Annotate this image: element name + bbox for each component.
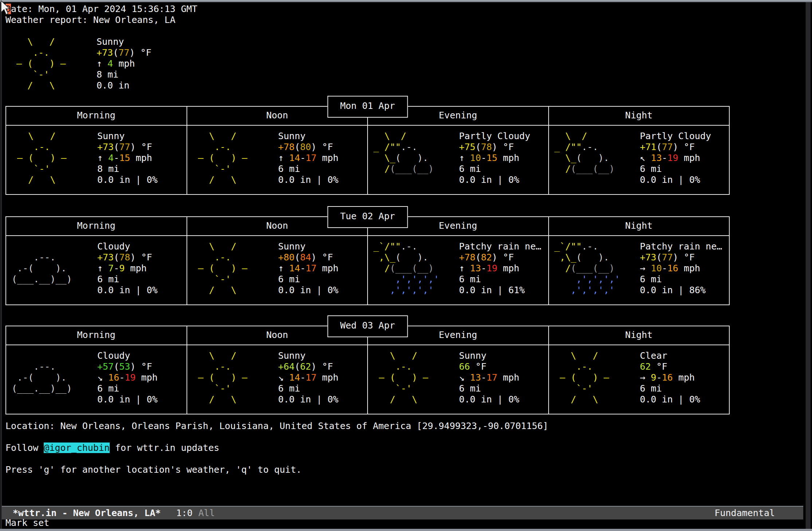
- forecast-cell-morning: .--. .-( ). (___.__)__)Cloudy+57(53) °F↘…: [6, 345, 187, 414]
- scrollbar[interactable]: [805, 2, 811, 529]
- text-segment: 15: [486, 153, 497, 163]
- day-title-box: Tue 02 Apr: [327, 206, 408, 228]
- text-segment: .-.: [401, 142, 417, 152]
- text-segment: +78: [459, 252, 475, 263]
- text-segment: / \: [5, 80, 55, 91]
- art-line: ― ( ) ―: [368, 372, 459, 383]
- text-segment: 77: [118, 47, 129, 58]
- art-line: [368, 174, 459, 185]
- forecast-cell-evening: _`/"".-. ,\_( ). /(___(__) ‚'‚'‚'‚' ‚'‚'…: [367, 236, 548, 304]
- text-segment: .-.: [401, 241, 417, 252]
- text-segment: °F: [470, 361, 486, 372]
- cell-details: Cloudy+73(78) °F↑ 7-9 mph6 mi0.0 in | 0%: [97, 241, 187, 304]
- weather-detail-line: Partly Cloudy: [459, 131, 548, 142]
- text-segment: / \: [549, 394, 598, 405]
- text-segment: 9: [651, 372, 656, 383]
- text-segment: / \: [187, 394, 236, 405]
- text-segment: ) °F: [673, 142, 695, 152]
- text-segment: ― ( ) ―: [187, 153, 248, 163]
- art-line: /(___(__): [549, 164, 640, 174]
- mode-line[interactable]: *wttr.in - New Orleans, LA* 1:0 All Fund…: [2, 506, 803, 520]
- text-segment: mph: [125, 263, 146, 274]
- text-segment: mph: [678, 153, 700, 163]
- text-segment: 0.0 in | 0%: [640, 394, 701, 405]
- weather-detail-line: +75(78) °F: [459, 142, 548, 153]
- follow-suffix: for wttr.in updates: [110, 442, 219, 453]
- art-line: /(___(__): [368, 263, 459, 274]
- art-line: .-.: [187, 361, 278, 372]
- text-segment: ↑: [459, 153, 470, 163]
- art-line: ‚'‚'‚'‚': [368, 274, 459, 285]
- major-mode[interactable]: Fundamental: [714, 508, 775, 519]
- text-segment: -: [481, 372, 486, 383]
- text-segment: \ /: [187, 241, 236, 252]
- text-segment: /: [549, 164, 571, 174]
- weather-detail-line: Cloudy: [97, 241, 187, 252]
- text-segment: mph: [497, 372, 519, 383]
- emacs-window: Date: Mon, 01 Apr 2024 15:36:13 GMT Weat…: [0, 0, 812, 531]
- art-line: ― ( ) ―: [6, 153, 97, 164]
- cursor-position[interactable]: 1:0: [176, 508, 192, 519]
- text-segment: Sunny: [459, 350, 486, 361]
- text-segment: (: [114, 142, 119, 152]
- text-segment: 0.0 in | 0%: [97, 285, 158, 295]
- art-line: [6, 350, 97, 361]
- text-segment: ― ( ) ―: [368, 372, 428, 383]
- art-line: ― ( ) ―: [5, 58, 97, 69]
- art-line: / \: [187, 174, 278, 185]
- weather-detail-line: Sunny: [459, 350, 548, 361]
- art-line: \ /: [368, 131, 459, 142]
- text-segment: 9: [119, 263, 125, 274]
- art-line: (___.__)__): [6, 274, 97, 285]
- art-line: /(___(__): [368, 164, 459, 174]
- art-line: _ /"".-.: [549, 142, 640, 153]
- text-segment: Sunny: [278, 131, 306, 141]
- text-segment: mph: [113, 58, 135, 69]
- weather-detail-line: ↑ 7-9 mph: [97, 263, 187, 274]
- buffer-area[interactable]: Date: Mon, 01 Apr 2024 15:36:13 GMT Weat…: [2, 2, 803, 506]
- day-title-box: Wed 03 Apr: [327, 315, 408, 337]
- weather-detail-line: 6 mi: [278, 274, 368, 285]
- text-segment: -: [300, 153, 306, 163]
- weather-detail-line: Clear: [640, 350, 729, 361]
- weather-detail-line: 6 mi: [459, 274, 548, 285]
- text-segment: Cloudy: [97, 350, 130, 361]
- location-line: Location: New Orleans, Orleans Parish, L…: [5, 421, 803, 432]
- art-line: ‚'‚'‚'‚': [549, 274, 640, 285]
- art-line: \ /: [187, 241, 278, 252]
- text-segment: `-': [187, 274, 231, 284]
- text-segment: .-.: [187, 142, 231, 152]
- text-segment: 6 mi: [459, 164, 481, 174]
- art-line: \ /: [549, 350, 640, 361]
- text-segment: 19: [486, 263, 497, 274]
- text-segment: 62: [300, 361, 311, 372]
- text-segment: .-.: [582, 142, 598, 152]
- text-segment: .-.: [582, 241, 598, 252]
- art-line: ,\_( ).: [549, 252, 640, 263]
- text-segment: mph: [136, 372, 157, 383]
- text-segment: (___(__): [390, 164, 434, 174]
- text-segment: Sunny: [97, 36, 124, 47]
- art-line: / \: [549, 394, 640, 405]
- art-line: .-.: [187, 142, 278, 153]
- text-segment: (: [295, 361, 300, 372]
- text-segment: ) °F: [311, 361, 333, 372]
- weather-ascii-art-sunny: \ / .-. ― ( ) ― `-' / \: [368, 350, 459, 414]
- text-segment: mph: [130, 153, 152, 163]
- weather-detail-line: Patchy rain ne…: [459, 241, 548, 252]
- weather-detail-line: ↖ 13-19 mph: [640, 153, 729, 164]
- table-content-row: .--. .-( ). (___.__)__)Cloudy+73(78) °F↑…: [6, 236, 729, 304]
- twitter-handle[interactable]: @igor_chubin: [44, 442, 110, 453]
- column-header-night: Night: [548, 217, 729, 235]
- buffer-name[interactable]: *wttr.in - New Orleans, LA*: [13, 508, 161, 519]
- text-segment: 77: [662, 252, 673, 263]
- text-segment: \ /: [368, 131, 406, 141]
- text-segment: +71: [640, 142, 656, 152]
- text-segment: `-': [5, 69, 49, 80]
- text-segment: 0.0 in | 0%: [97, 394, 158, 405]
- forecast-table: MorningNoonEveningNight \ / .-. ― ( ) ― …: [5, 106, 730, 195]
- weather-ascii-art-sunny: \ / .-. ― ( ) ― `-' / \: [187, 241, 278, 304]
- weather-detail-line: +78(80) °F: [278, 142, 368, 153]
- text-segment: ,\_: [368, 252, 395, 263]
- text-segment: ) °F: [492, 252, 514, 263]
